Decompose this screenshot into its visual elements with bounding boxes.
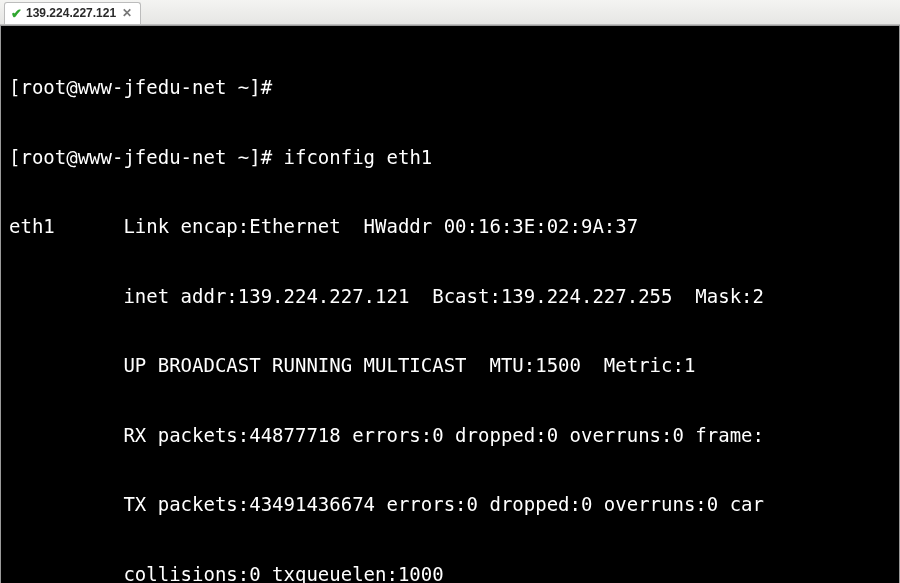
ifconfig-output: RX packets:44877718 errors:0 dropped:0 o… (9, 424, 891, 447)
ssh-window: ✔ 139.224.227.121 ✕ [root@www-jfedu-net … (0, 0, 900, 583)
ifconfig-output: inet addr:139.224.227.121 Bcast:139.224.… (9, 285, 891, 308)
ifconfig-output: eth1 Link encap:Ethernet HWaddr 00:16:3E… (9, 215, 891, 238)
tab-bar: ✔ 139.224.227.121 ✕ (0, 0, 900, 25)
prompt: [root@www-jfedu-net ~]# (9, 76, 284, 98)
tab-close-icon[interactable]: ✕ (120, 6, 134, 21)
ifconfig-output: TX packets:43491436674 errors:0 dropped:… (9, 493, 891, 516)
terminal[interactable]: [root@www-jfedu-net ~]# [root@www-jfedu-… (0, 25, 900, 583)
prompt: [root@www-jfedu-net ~]# (9, 146, 284, 168)
session-tab[interactable]: ✔ 139.224.227.121 ✕ (4, 2, 141, 24)
cmd-ifconfig: ifconfig eth1 (284, 146, 433, 168)
connected-check-icon: ✔ (11, 6, 22, 22)
ifconfig-output: collisions:0 txqueuelen:1000 (9, 563, 891, 583)
tab-title: 139.224.227.121 (26, 6, 116, 21)
ifconfig-output: UP BROADCAST RUNNING MULTICAST MTU:1500 … (9, 354, 891, 377)
